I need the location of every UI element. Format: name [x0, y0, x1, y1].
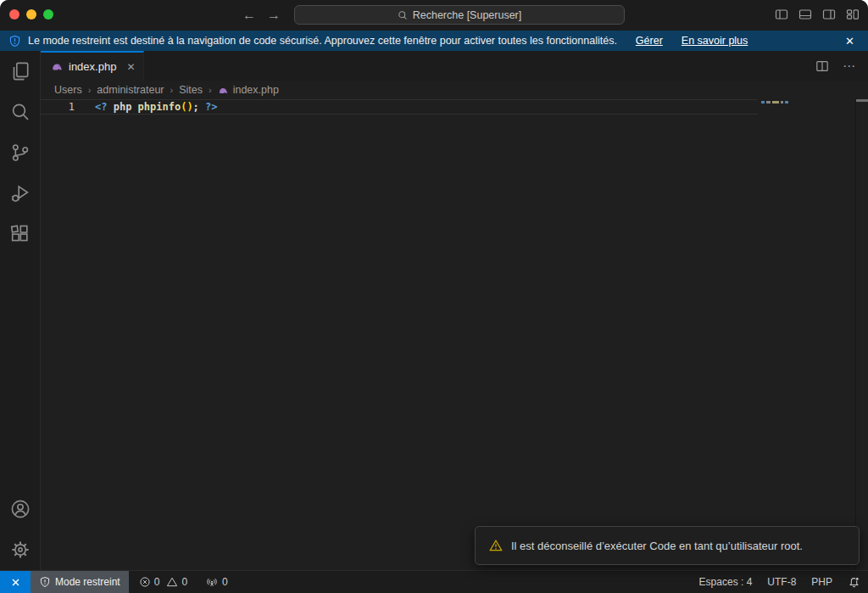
editor-group: index.php ✕ ⋯ Users › administrateur › S… [41, 51, 868, 570]
warning-count: 0 [181, 576, 187, 588]
php-elephant-icon [51, 60, 64, 73]
line-number: 1 [41, 101, 75, 113]
notifications-bell[interactable] [840, 571, 868, 593]
breadcrumb-item[interactable]: Users [54, 84, 82, 96]
search-label: Recherche [Superuser] [413, 9, 522, 21]
remote-indicator[interactable] [0, 571, 31, 593]
explorer-icon[interactable] [0, 51, 41, 92]
settings-gear-icon[interactable] [0, 529, 41, 570]
overview-ruler-separator [855, 99, 856, 570]
language-label: PHP [811, 576, 832, 588]
minimize-window-button[interactable] [26, 9, 36, 20]
notification-message: Il est déconseillé d’exécuter Code en ta… [511, 540, 803, 552]
php-elephant-icon [218, 85, 229, 96]
ports-status[interactable]: 0 [199, 571, 235, 593]
tab-index-php[interactable]: index.php ✕ [41, 51, 144, 81]
editor-code-area[interactable]: 1 <? php phpinfo(); ?> [41, 99, 868, 570]
breadcrumb-item[interactable]: Sites [179, 84, 203, 96]
search-view-icon[interactable] [0, 92, 41, 132]
split-editor-icon[interactable] [815, 59, 829, 73]
tab-label: index.php [69, 60, 116, 73]
toggle-secondary-sidebar-icon[interactable] [822, 8, 836, 21]
customize-layout-icon[interactable] [846, 8, 860, 21]
breadcrumb-file-label: index.php [233, 84, 279, 96]
banner-manage-link[interactable]: Gérer [636, 35, 663, 47]
language-mode-status[interactable]: PHP [804, 571, 840, 593]
restricted-mode-status[interactable]: Mode restreint [31, 571, 129, 593]
search-icon [398, 10, 408, 20]
history-navigation: ← → [242, 0, 281, 31]
close-window-button[interactable] [9, 9, 19, 20]
code-line: <? php phpinfo(); ?> [95, 101, 218, 113]
titlebar: ← → Recherche [Superuser] [0, 0, 868, 31]
account-icon[interactable] [0, 489, 41, 529]
window-controls [9, 9, 53, 20]
overview-ruler-cursor-mark [856, 99, 868, 102]
breadcrumb-separator: › [88, 85, 92, 95]
breadcrumbs: Users › administrateur › Sites › index.p… [41, 81, 868, 99]
error-count: 0 [154, 576, 160, 588]
warning-icon [489, 539, 503, 552]
encoding-status[interactable]: UTF-8 [760, 571, 804, 593]
workspace-trust-shield-icon [8, 35, 21, 48]
breadcrumb-item[interactable]: administrateur [97, 84, 164, 96]
forward-icon[interactable]: → [267, 8, 281, 23]
remote-icon [9, 576, 22, 589]
tab-bar: index.php ✕ ⋯ [41, 51, 868, 81]
run-and-debug-icon[interactable] [0, 173, 41, 214]
more-actions-icon[interactable]: ⋯ [843, 59, 856, 74]
radio-tower-icon [206, 576, 218, 588]
notification-toast[interactable]: Il est déconseillé d’exécuter Code en ta… [475, 526, 860, 565]
bell-icon [848, 576, 860, 589]
back-icon[interactable]: ← [242, 8, 256, 23]
banner-learn-more-link[interactable]: En savoir plus [682, 35, 748, 47]
current-line-highlight: 1 <? php phpinfo(); ?> [41, 99, 758, 115]
banner-close-icon[interactable]: ✕ [840, 35, 860, 48]
minimap[interactable] [761, 101, 788, 103]
command-center-search[interactable]: Recherche [Superuser] [294, 5, 625, 25]
restricted-mode-banner: Le mode restreint est destiné à la navig… [0, 31, 868, 51]
warning-count-icon [166, 576, 178, 588]
tab-close-icon[interactable]: ✕ [126, 61, 135, 73]
breadcrumb-file[interactable]: index.php [218, 84, 279, 96]
toggle-panel-icon[interactable] [798, 8, 812, 21]
indentation-status[interactable]: Espaces : 4 [692, 571, 760, 593]
zoom-window-button[interactable] [43, 9, 53, 20]
banner-message: Le mode restreint est destiné à la navig… [28, 35, 617, 47]
breadcrumb-separator: › [170, 85, 174, 95]
ports-count: 0 [222, 576, 228, 588]
layout-controls [775, 8, 860, 21]
shield-icon [39, 576, 51, 588]
error-icon [139, 576, 151, 588]
restricted-mode-label: Mode restreint [55, 576, 120, 588]
status-bar: Mode restreint 0 0 0 Espaces : [0, 570, 868, 593]
toggle-primary-sidebar-icon[interactable] [775, 8, 788, 21]
encoding-label: UTF-8 [767, 576, 796, 588]
activity-bar [0, 51, 41, 570]
vscode-window: ← → Recherche [Superuser] [0, 0, 868, 593]
editor-actions: ⋯ [815, 51, 856, 81]
workbench: index.php ✕ ⋯ Users › administrateur › S… [0, 51, 868, 570]
breadcrumb-separator: › [209, 85, 212, 95]
status-bar-right: Espaces : 4 UTF-8 PHP [692, 571, 868, 593]
extensions-icon[interactable] [0, 214, 41, 255]
problems-status[interactable]: 0 0 [129, 571, 194, 593]
indentation-label: Espaces : 4 [699, 576, 753, 588]
source-control-icon[interactable] [0, 132, 41, 173]
